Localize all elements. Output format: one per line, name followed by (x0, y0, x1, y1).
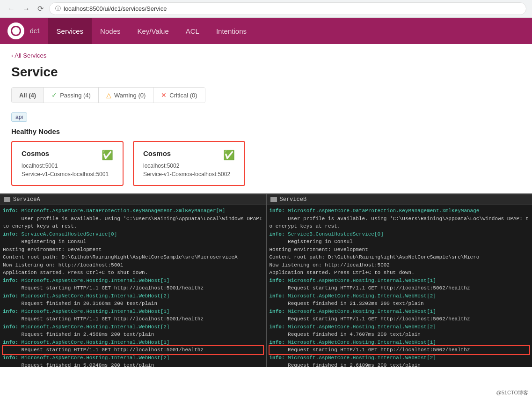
nav-services[interactable]: Services (48, 18, 92, 44)
terminal-line: Content root path: D:\Github\RainingNigh… (270, 253, 530, 261)
main-content: All Services Service All (4) ✓ Passing (… (0, 44, 532, 193)
info-label: info: (3, 355, 18, 361)
terminal-line: info: Microsoft.AspNetCore.Hosting.Inter… (3, 292, 263, 300)
filter-tab-passing[interactable]: ✓ Passing (4) (44, 88, 99, 103)
filter-tab-all[interactable]: All (4) (12, 88, 44, 103)
terminal-icon (270, 197, 277, 202)
forward-button[interactable]: → (21, 4, 32, 14)
nav-intentions[interactable]: Intentions (208, 18, 255, 44)
nav-acl[interactable]: ACL (177, 18, 208, 44)
info-label: info: (3, 309, 18, 314)
address-bar[interactable]: ⓘ localhost:8500/ui/dc1/services/Service (49, 2, 526, 15)
terminal-line: info: Microsoft.AspNetCore.Hosting.Inter… (3, 323, 263, 331)
back-to-services-link[interactable]: All Services (11, 52, 46, 59)
error-icon: ✕ (161, 91, 167, 99)
terminal-line: info: Microsoft.AspNetCore.DataProtectio… (3, 207, 263, 215)
terminal-line: info: Microsoft.AspNetCore.Hosting.Inter… (3, 277, 263, 285)
info-label: info: (270, 340, 285, 345)
nav-nodes[interactable]: Nodes (92, 18, 129, 44)
datacenter-label: dc1 (30, 27, 41, 35)
terminal-line: Request starting HTTP/1.1 GET http://loc… (270, 346, 530, 354)
terminal-pane-1[interactable]: ServiceB info: Microsoft.AspNetCore.Data… (266, 194, 532, 367)
terminal-line: Request finished in 21.3202ms 200 text/p… (270, 300, 530, 308)
node-service-id: Service-v1-Cosmos-localhost:5001 (22, 171, 113, 178)
terminal-line: Request starting HTTP/1.1 GET http://loc… (3, 284, 263, 292)
info-label: info: (270, 231, 285, 237)
terminal-line: Registering in Consul (270, 238, 530, 246)
terminal-line: Application started. Press Ctrl+C to shu… (3, 269, 263, 277)
terminal-line: info: Microsoft.AspNetCore.Hosting.Inter… (270, 292, 530, 300)
warning-icon: △ (106, 91, 111, 99)
info-label: info: (3, 293, 18, 299)
terminal-title: ServiceA (13, 196, 40, 203)
terminal-line: Application started. Press Ctrl+C to shu… (270, 269, 530, 277)
terminal-line: Request finished in 5.0248ms 200 text/pl… (3, 362, 263, 367)
terminal-line: User profile is available. Using 'C:\Use… (270, 215, 530, 230)
info-label: info: (270, 324, 285, 330)
terminal-icon (4, 197, 10, 202)
check-icon: ✓ (51, 91, 57, 99)
terminal-line: Request starting HTTP/1.1 GET http://loc… (3, 315, 263, 323)
service-tag: api (11, 112, 27, 122)
terminal-line: info: Microsoft.AspNetCore.Hosting.Inter… (270, 323, 530, 331)
node-card-header: Cosmos ✅ (22, 149, 113, 161)
terminal-line: Hosting environment: Development (270, 246, 530, 254)
terminal-line: info: Microsoft.AspNetCore.Hosting.Inter… (270, 339, 530, 347)
filter-tab-critical[interactable]: ✕ Critical (0) (153, 88, 204, 103)
info-label: info: (270, 293, 285, 299)
info-label: info: (3, 208, 18, 214)
terminal-line: Now listening on: http://localhost:5002 (270, 261, 530, 269)
node-card[interactable]: Cosmos ✅ localhost:5002 Service-v1-Cosmo… (133, 141, 245, 186)
terminal-line: Content root path: D:\Github\RainingNigh… (3, 253, 263, 261)
lock-icon: ⓘ (55, 5, 61, 13)
terminal-line: Request starting HTTP/1.1 GET http://loc… (3, 346, 263, 354)
terminal-line: Registering in Consul (3, 238, 263, 246)
info-label: info: (3, 340, 18, 345)
node-service-id: Service-v1-Cosmos-localhost:5002 (143, 171, 235, 178)
terminal-line: info: Microsoft.AspNetCore.Hosting.Inter… (3, 354, 263, 362)
terminal-line: Request finished in 20.3166ms 200 text/p… (3, 300, 263, 308)
terminal-line: Request finished in 4.7607ms 200 text/pl… (270, 331, 530, 339)
healthy-nodes-title: Healthy Nodes (11, 127, 521, 135)
nav-items: Services Nodes Key/Value ACL Intentions (48, 18, 255, 44)
nav-keyvalue[interactable]: Key/Value (129, 18, 177, 44)
terminal-content: info: Microsoft.AspNetCore.DataProtectio… (267, 205, 532, 367)
terminal-line: info: Microsoft.AspNetCore.Hosting.Inter… (3, 339, 263, 347)
info-label: info: (270, 355, 285, 361)
terminal-line: User profile is available. Using 'C:\Use… (3, 215, 263, 230)
nav-bar: dc1 Services Nodes Key/Value ACL Intenti… (0, 18, 532, 44)
consul-logo (7, 22, 24, 39)
terminal-line: info: Microsoft.AspNetCore.Hosting.Inter… (270, 308, 530, 316)
terminal-header: ServiceB (267, 194, 532, 205)
terminal-pane-0[interactable]: ServiceA info: Microsoft.AspNetCore.Data… (0, 194, 266, 367)
node-card[interactable]: Cosmos ✅ localhost:5001 Service-v1-Cosmo… (11, 141, 124, 186)
terminal-line: Hosting environment: Development (3, 246, 263, 254)
page-title: Service (11, 65, 521, 80)
info-label: info: (270, 309, 285, 314)
terminal-line: Request finished in 2.4568ms 200 text/pl… (3, 331, 263, 339)
terminal-line: info: Microsoft.AspNetCore.DataProtectio… (270, 207, 530, 215)
terminal-line: info: Microsoft.AspNetCore.Hosting.Inter… (3, 308, 263, 316)
info-label: info: (3, 278, 18, 283)
terminal-line: Now listening on: http://localhost:5001 (3, 261, 263, 269)
browser-bar: ← → ⟳ ⓘ localhost:8500/ui/dc1/services/S… (0, 0, 532, 18)
node-card-name: Cosmos (143, 149, 171, 157)
terminal-line: info: Microsoft.AspNetCore.Hosting.Inter… (270, 354, 530, 362)
terminal-content: info: Microsoft.AspNetCore.DataProtectio… (0, 205, 266, 367)
filter-tab-warning[interactable]: △ Warning (0) (99, 88, 153, 103)
node-card-name: Cosmos (22, 149, 49, 157)
terminal-line: info: Microsoft.AspNetCore.Hosting.Inter… (270, 277, 530, 285)
info-label: info: (270, 208, 285, 214)
node-cards: Cosmos ✅ localhost:5001 Service-v1-Cosmo… (11, 141, 521, 186)
info-label: info: (270, 278, 285, 283)
node-status-icon: ✅ (102, 149, 113, 161)
back-button[interactable]: ← (6, 4, 17, 14)
terminal-line: Request starting HTTP/1.1 GET http://loc… (270, 315, 530, 323)
reload-button[interactable]: ⟳ (36, 3, 45, 14)
node-status-icon: ✅ (223, 149, 235, 161)
terminal-line: Request starting HTTP/1.1 GET http://loc… (270, 284, 530, 292)
terminal-line: info: ServiceB.ConsulHostedService[0] (270, 230, 530, 238)
node-address: localhost:5001 (22, 163, 113, 169)
terminal-header: ServiceA (0, 194, 266, 205)
info-label: info: (3, 231, 18, 237)
